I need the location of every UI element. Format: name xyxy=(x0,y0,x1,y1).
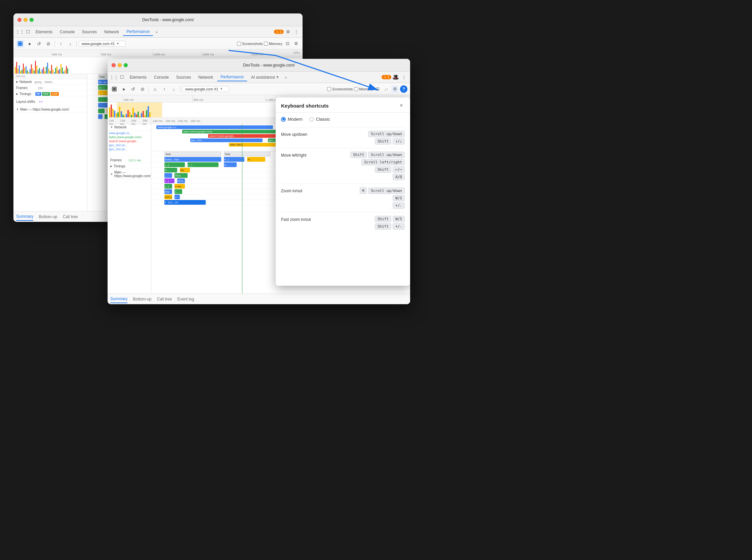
bg-memory-label: Memory xyxy=(269,42,282,46)
shortcuts-modern-label: Modern xyxy=(288,117,302,122)
bg-tab-more[interactable]: » xyxy=(154,30,160,34)
bg-sep1 xyxy=(55,41,55,47)
fg-home-button[interactable]: ⌂ xyxy=(151,85,159,93)
fg-dcl-bar: F DCL CP xyxy=(164,200,206,205)
bg-screenshots-checkbox[interactable]: Screenshots xyxy=(237,42,262,46)
fg-s1-b: (...) xyxy=(187,162,218,167)
fg-tab-console[interactable]: Console xyxy=(151,74,172,81)
bg-memory-input[interactable] xyxy=(264,42,268,46)
fg-call-tree-tab[interactable]: Call tree xyxy=(157,296,172,303)
fg-warning-badge: ⚠ 1 xyxy=(381,75,391,79)
fg-more-icon[interactable]: ⋮ xyxy=(400,74,408,81)
fg-clear-button[interactable]: ⊘ xyxy=(139,85,146,93)
shortcut-move-up-down-row-1: Scroll up/down xyxy=(368,131,405,137)
bg-reload-button[interactable]: ↺ xyxy=(35,40,43,48)
fg-network-arrow: ▼ xyxy=(110,126,113,129)
bg-download-button[interactable]: ↓ xyxy=(66,40,74,48)
fg-reload-button[interactable]: ↺ xyxy=(129,85,137,93)
fg-start-profiling-button[interactable]: ● xyxy=(120,85,128,93)
fg-tabbar: ⋮⋮ ☐ Elements Console Sources Network Pe… xyxy=(107,72,410,83)
bg-toolbar-settings-icon[interactable]: ⚙ xyxy=(293,40,300,47)
shortcuts-close-button[interactable]: × xyxy=(398,102,405,109)
fg-s1-a: (...) xyxy=(164,162,185,167)
fg-devtools-menu-icon[interactable]: ⋮⋮ xyxy=(110,74,118,81)
bg-titlebar: DevTools - www.google.com/ xyxy=(14,14,302,26)
bg-more-icon[interactable]: ⋮ xyxy=(293,28,300,36)
fg-hat-icon[interactable]: 🎩 xyxy=(392,74,399,81)
fg-bottom-up-tab[interactable]: Bottom-up xyxy=(133,296,151,303)
key-shift-1: Shift xyxy=(375,138,391,144)
bg-tab-network[interactable]: Network xyxy=(101,28,122,36)
fg-close-button[interactable] xyxy=(112,63,116,67)
bg-bottom-up-tab[interactable]: Bottom-up xyxy=(39,213,57,220)
shortcuts-classic-label: Classic xyxy=(316,117,330,122)
bg-settings-icon[interactable]: ⚙ xyxy=(284,28,292,36)
bg-screenshots-input[interactable] xyxy=(237,42,241,46)
bg-maximize-button[interactable] xyxy=(29,18,34,22)
fg-url-bar[interactable]: www.google.com #1 ▼ xyxy=(182,86,229,92)
fg-maximize-button[interactable] xyxy=(124,63,128,67)
shortcuts-modern-radio[interactable]: Modern xyxy=(281,117,302,122)
bg-tick-2498: 2498 ms xyxy=(251,50,263,57)
bg-start-profiling-button[interactable]: ● xyxy=(25,40,34,48)
fg-memory-checkbox[interactable]: Memory xyxy=(354,87,373,91)
shortcut-fast-zoom-row-1: Shift W/S xyxy=(375,216,405,222)
fg-screenshots-input[interactable] xyxy=(327,87,331,91)
fg-bottom-tabs: Summary Bottom-up Call tree Event log xyxy=(107,294,410,304)
shortcuts-classic-radio[interactable]: Classic xyxy=(309,117,330,122)
fg-minimize-button[interactable] xyxy=(118,63,122,67)
bg-close-button[interactable] xyxy=(18,18,21,22)
fg-s6-b: (... xyxy=(175,189,182,194)
fg-tab-more[interactable]: » xyxy=(283,75,289,79)
key-ws-2: W/S xyxy=(393,216,405,222)
bg-tab-performance[interactable]: Performance xyxy=(123,28,153,36)
fg-import-icon[interactable]: ↓↑ xyxy=(382,85,390,93)
bg-d12 xyxy=(98,108,104,113)
bg-markers: FP FCP LCP xyxy=(35,92,59,96)
fg-record-panel-button[interactable] xyxy=(110,85,118,93)
bg-tab-elements[interactable]: Elements xyxy=(32,28,56,36)
bg-inspect-icon[interactable]: ☐ xyxy=(24,28,32,36)
fg-upload-button[interactable]: ↑ xyxy=(160,85,169,93)
fg-s7-b: c xyxy=(175,195,179,199)
bg-record-button[interactable] xyxy=(16,40,24,48)
fg-download-button[interactable]: ↓ xyxy=(170,85,178,93)
bg-clear-button[interactable]: ⊘ xyxy=(44,40,53,48)
fg-event-log-tab[interactable]: Event log xyxy=(177,296,194,303)
fg-url-dropdown[interactable]: ▼ xyxy=(219,87,223,91)
fg-tab-sources[interactable]: Sources xyxy=(173,74,194,81)
fg-tab-elements[interactable]: Elements xyxy=(126,74,150,81)
bg-left-sidebar: 198 ms ▶ Network goog... deskt... Frames… xyxy=(14,74,87,211)
fg-summary-tab[interactable]: Summary xyxy=(110,295,127,303)
fg-help-button[interactable]: ? xyxy=(400,85,408,93)
fg-memory-input[interactable] xyxy=(354,87,358,91)
bg-tab-console[interactable]: Console xyxy=(57,28,78,36)
fg-tab-performance[interactable]: Performance xyxy=(217,73,247,81)
bg-network-label: Network xyxy=(20,80,32,84)
bg-url-bar[interactable]: www.google.com #1 ▼ xyxy=(79,41,126,47)
bg-capture-icon[interactable]: ⊡ xyxy=(284,40,291,47)
bg-minimize-button[interactable] xyxy=(23,18,27,22)
fg-inspect-icon[interactable]: ☐ xyxy=(118,74,126,81)
fg-tab-network[interactable]: Network xyxy=(195,74,217,81)
fg-settings-icon[interactable]: ⚙ xyxy=(391,85,399,93)
bg-devtools-menu-icon[interactable]: ⋮⋮ xyxy=(16,28,23,36)
bg-fp-marker: FP xyxy=(35,92,41,96)
bg-upload-button[interactable]: ↑ xyxy=(57,40,65,48)
bg-summary-tab[interactable]: Summary xyxy=(16,213,33,221)
fg-network-label: Network xyxy=(114,125,127,129)
fg-s6-a: kKa xyxy=(164,189,172,194)
fg-sep2 xyxy=(180,86,180,92)
key-arrow-lr: ←/→ xyxy=(393,166,405,173)
fg-screenshots-checkbox[interactable]: Screenshots xyxy=(327,87,353,91)
bg-memory-checkbox[interactable]: Memory xyxy=(264,42,282,46)
bg-tab-sources[interactable]: Sources xyxy=(79,28,100,36)
shortcuts-header: Keyboard shortcuts × xyxy=(276,98,410,113)
shortcuts-body: Modern Classic Move up/down Scroll up/do… xyxy=(276,113,410,283)
fg-net-4: gen_204 (w... xyxy=(109,143,150,147)
shortcuts-mode-group: Modern Classic xyxy=(281,117,405,122)
fg-tab-ai[interactable]: AI assistance ⚗ xyxy=(248,74,282,81)
bg-url-dropdown[interactable]: ▼ xyxy=(116,42,119,45)
fg-capture-icon[interactable]: ⊡ xyxy=(374,85,381,93)
bg-call-tree-tab[interactable]: Call tree xyxy=(63,213,78,220)
